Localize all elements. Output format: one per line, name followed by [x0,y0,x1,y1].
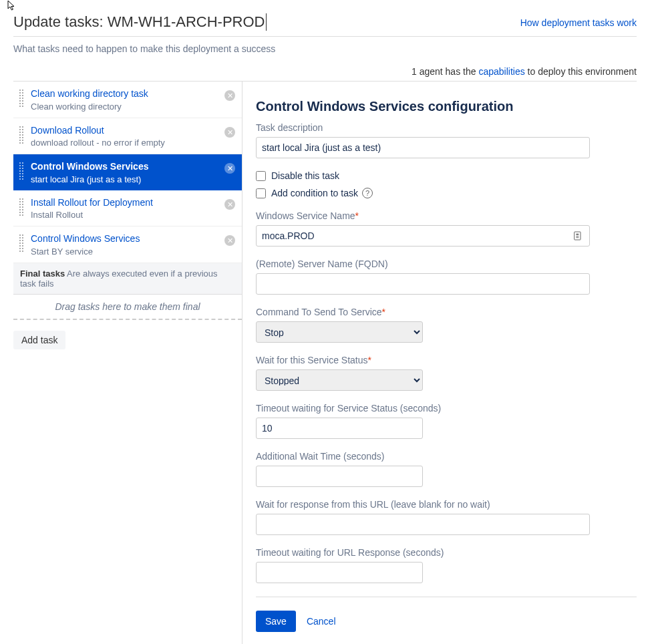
remote-server-input[interactable] [256,273,590,295]
help-link[interactable]: How deployment tasks work [520,17,637,28]
delete-task-icon[interactable]: ✕ [224,199,235,210]
delete-task-icon[interactable]: ✕ [224,90,235,101]
command-label: Command To Send To Service* [256,307,637,317]
task-description: download rollout - no error if empty [31,138,224,148]
task-item[interactable]: Clean working directory taskClean workin… [13,82,242,118]
delete-task-icon[interactable]: ✕ [224,235,235,246]
task-title: Control Windows Services [31,160,224,174]
disable-task-checkbox[interactable] [256,171,266,181]
final-tasks-drop-zone[interactable]: Drag tasks here to make them final [13,295,242,320]
save-button[interactable]: Save [256,611,296,632]
task-title: Clean working directory task [31,88,224,101]
add-condition-checkbox[interactable] [256,188,266,198]
form-divider [256,597,637,597]
additional-wait-label: Additional Wait Time (seconds) [256,451,637,462]
agent-suffix-text: to deploy this environment [525,66,637,77]
task-item[interactable]: Download Rolloutdownload rollout - no er… [13,118,242,155]
page-title: Update tasks: WM-WH1-ARCH-PROD [13,13,267,31]
task-title: Control Windows Services [31,232,224,246]
add-task-button[interactable]: Add task [13,331,65,349]
timeout-url-input[interactable] [256,562,423,583]
service-name-input[interactable] [256,225,590,247]
task-description: start local Jira (just as a test) [31,174,224,184]
agent-capability-bar: 1 agent has the capabilities to deploy t… [13,66,637,82]
add-condition-label[interactable]: Add condition to task [271,188,358,198]
task-description: Install Rollout [31,210,224,220]
disable-task-label[interactable]: Disable this task [271,170,339,181]
agent-prefix-text: 1 agent has the [412,66,478,77]
drag-handle-icon[interactable] [19,234,24,253]
task-item[interactable]: Control Windows Servicesstart local Jira… [13,154,242,190]
delete-task-icon[interactable]: ✕ [224,163,235,174]
svg-rect-1 [576,234,579,235]
task-description: Clean working directory [31,102,224,112]
task-description-label: Task description [256,122,637,133]
drag-handle-icon[interactable] [19,89,24,108]
timeout-status-label: Timeout waiting for Service Status (seco… [256,403,637,414]
command-select[interactable]: Stop [256,321,423,343]
header-divider [13,36,637,37]
additional-wait-input[interactable] [256,466,423,487]
page-subtitle: What tasks need to happen to make this d… [13,43,637,54]
timeout-url-label: Timeout waiting for URL Response (second… [256,547,637,558]
timeout-status-input[interactable] [256,418,423,439]
config-title: Control Windows Services configuration [256,99,637,114]
capabilities-link[interactable]: capabilities [478,66,524,77]
task-item[interactable]: Control Windows ServicesStart BY service… [13,226,242,263]
service-name-label: Windows Service Name* [256,210,637,221]
wait-status-label: Wait for this Service Status* [256,355,637,365]
drag-handle-icon[interactable] [19,126,24,144]
wait-status-select[interactable]: Stopped [256,369,423,391]
delete-task-icon[interactable]: ✕ [224,127,235,138]
task-item[interactable]: Install Rollout for DeploymentInstall Ro… [13,190,242,227]
help-icon[interactable]: ? [362,188,373,198]
task-description: Start BY service [31,247,224,257]
task-sidebar: Clean working directory taskClean workin… [13,82,242,644]
svg-rect-0 [575,232,581,240]
task-list: Clean working directory taskClean workin… [13,82,242,263]
wait-url-input[interactable] [256,514,590,535]
cancel-button[interactable]: Cancel [307,616,336,627]
wait-url-label: Wait for response from this URL (leave b… [256,499,637,510]
task-title: Download Rollout [31,124,224,138]
drag-handle-icon[interactable] [19,198,24,216]
task-config-panel: Control Windows Services configuration T… [242,82,637,644]
final-tasks-header: Final tasks Are always executed even if … [13,263,242,295]
drag-handle-icon[interactable] [19,162,24,180]
task-description-input[interactable] [256,137,590,158]
cursor-icon [7,0,17,11]
final-tasks-label: Final tasks [20,269,65,279]
remote-server-label: (Remote) Server Name (FQDN) [256,259,637,269]
contacts-icon[interactable] [573,230,583,241]
task-title: Install Rollout for Deployment [31,196,224,210]
